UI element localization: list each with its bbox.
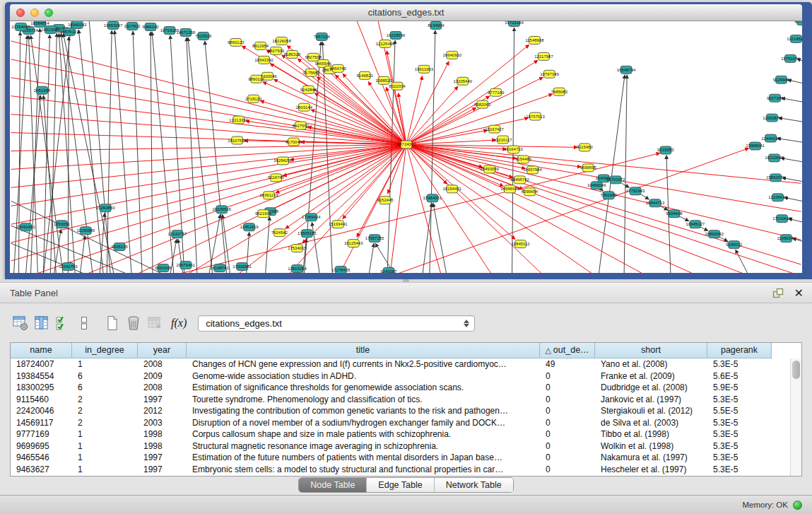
graph-node[interactable]: 16945127: [686, 221, 705, 228]
graph-node[interactable]: 9245012: [726, 241, 743, 249]
graph-node[interactable]: 9304408: [666, 210, 683, 218]
graph-node[interactable]: 20206536: [212, 206, 231, 214]
graph-node[interactable]: 8427552: [293, 122, 310, 129]
zoom-window-button[interactable]: [45, 8, 53, 17]
table-row[interactable]: 2242004622012Investigating the contribut…: [11, 405, 789, 417]
tab-node-table[interactable]: Node Table: [299, 478, 367, 492]
table-row[interactable]: 946554611997Estimation of the future num…: [11, 452, 789, 464]
graph-node[interactable]: 1588520: [375, 76, 392, 84]
graph-node[interactable]: 7624542: [271, 229, 288, 237]
graph-node[interactable]: 14671358: [177, 28, 196, 36]
graph-node[interactable]: 2803144: [296, 103, 313, 111]
column-header-in_degree[interactable]: in_degree: [72, 343, 138, 358]
graph-node[interactable]: 7991989: [601, 192, 618, 199]
graph-node[interactable]: 8582063: [474, 100, 491, 108]
graph-node[interactable]: 11214524: [787, 35, 802, 42]
graph-node[interactable]: 9154480: [515, 156, 532, 163]
graph-node[interactable]: 17359924: [302, 214, 321, 221]
graph-node[interactable]: 9242848: [300, 86, 317, 93]
graph-node[interactable]: 9621934: [255, 210, 272, 218]
graph-node[interactable]: 8912954: [252, 42, 269, 49]
tab-edge-table[interactable]: Edge Table: [367, 478, 434, 492]
graph-node[interactable]: 19576121: [60, 28, 79, 35]
graph-node[interactable]: 13305981: [233, 263, 252, 271]
table-row[interactable]: 969969511998Structural magnetic resonanc…: [11, 440, 789, 452]
graph-node[interactable]: 11451919: [240, 223, 259, 231]
column-header-out_degree[interactable]: △out_de…: [540, 343, 595, 358]
graph-node[interactable]: 18226058: [272, 37, 291, 45]
graph-node[interactable]: 8186328: [284, 50, 301, 58]
delete-table-button[interactable]: [144, 313, 165, 333]
graph-node[interactable]: 18495742: [510, 176, 529, 184]
graph-node[interactable]: 16648794: [617, 66, 636, 74]
graph-node[interactable]: 8322034: [389, 82, 406, 90]
graph-node[interactable]: 9152445: [377, 197, 394, 204]
column-header-pagerank[interactable]: pagerank: [707, 343, 772, 358]
graph-node[interactable]: 14957984: [523, 166, 542, 174]
close-window-button[interactable]: [16, 8, 25, 17]
table-vertical-scrollbar[interactable]: [790, 358, 801, 476]
graph-node[interactable]: 9860123: [228, 38, 245, 46]
graph-node[interactable]: 12217987: [534, 52, 553, 60]
graph-node[interactable]: 2718120: [245, 95, 262, 103]
graph-node[interactable]: 16164710: [504, 146, 523, 153]
graph-node[interactable]: 17534015: [288, 245, 307, 252]
graph-node[interactable]: 21260850: [96, 204, 115, 212]
graph-node[interactable]: 20679451: [177, 262, 196, 269]
graph-node[interactable]: 7515526: [195, 32, 212, 40]
graph-node[interactable]: 16361219: [259, 192, 278, 199]
graph-node[interactable]: 1327602: [124, 22, 141, 30]
graph-node[interactable]: 9875013: [794, 21, 802, 25]
graph-node[interactable]: 12125499: [376, 40, 395, 47]
graph-node[interactable]: 17957255: [365, 235, 384, 243]
graph-node[interactable]: 9699695: [580, 164, 597, 172]
graph-node[interactable]: 17791943: [626, 187, 645, 195]
network-window-titlebar[interactable]: citations_edges.txt: [10, 4, 802, 21]
graph-node[interactable]: 9115460: [577, 144, 593, 151]
table-row[interactable]: 1456911722003Disruption of a novel membe…: [11, 417, 789, 429]
scrollbar-thumb[interactable]: [792, 361, 800, 379]
graph-node[interactable]: 19154451: [443, 185, 462, 193]
graph-node[interactable]: 9227343: [767, 94, 784, 102]
graph-node[interactable]: 4170046: [286, 138, 302, 146]
graph-node[interactable]: 16284250: [273, 157, 293, 165]
graph-node[interactable]: 11156889: [76, 227, 95, 235]
graph-node[interactable]: 9146821: [357, 71, 374, 79]
graph-node[interactable]: 20892962: [705, 230, 724, 238]
graph-node[interactable]: 17310618: [772, 215, 792, 223]
table-row[interactable]: 911546021997Tourette syndrome. Phenomeno…: [11, 394, 789, 406]
graph-node[interactable]: 1350051: [54, 221, 71, 228]
table-row[interactable]: 1872400712008Changes of HCN gene express…: [11, 358, 789, 370]
graph-node[interactable]: 9466140: [142, 23, 159, 30]
table-selector-dropdown[interactable]: citations_edges.txt: [198, 315, 475, 332]
graph-node[interactable]: 10543392: [254, 56, 273, 64]
graph-node[interactable]: 12444195: [761, 134, 780, 142]
column-header-short[interactable]: short: [595, 343, 707, 358]
graph-node[interactable]: 7485083: [551, 88, 568, 95]
column-header-title[interactable]: title: [187, 343, 540, 358]
graph-node[interactable]: 13205440: [453, 77, 472, 85]
float-panel-button[interactable]: [772, 288, 784, 298]
graph-node[interactable]: 12142757: [168, 230, 187, 238]
select-columns-button[interactable]: [52, 313, 73, 333]
graph-node[interactable]: 17278435: [331, 267, 351, 273]
graph-node[interactable]: 10466046: [587, 182, 606, 189]
graph-node[interactable]: 9827509: [268, 47, 285, 54]
graph-node[interactable]: 16125443: [344, 240, 363, 247]
graph-node[interactable]: 10797349: [540, 70, 559, 78]
graph-node[interactable]: 9505135: [112, 243, 129, 251]
graph-node[interactable]: 7957224: [314, 33, 331, 40]
graph-node[interactable]: 9777169: [488, 88, 505, 96]
graph-node[interactable]: 8454749: [330, 64, 347, 72]
graph-node[interactable]: 9129946: [773, 76, 790, 83]
table-settings-button[interactable]: [10, 313, 31, 333]
graph-node[interactable]: 16640910: [443, 51, 462, 59]
graph-node[interactable]: 10653267: [104, 21, 123, 29]
graph-node[interactable]: 15751074: [781, 54, 800, 62]
graph-node[interactable]: 15844713: [646, 199, 665, 207]
graph-node[interactable]: 15958041: [746, 142, 765, 150]
graph-node[interactable]: 11548908: [525, 36, 544, 44]
graph-node[interactable]: 12106431: [768, 194, 787, 201]
network-canvas[interactable]: 1935572420691406189402421065326713276029…: [10, 21, 802, 273]
table-row[interactable]: 1830029562008Estimation of significance …: [11, 382, 789, 394]
